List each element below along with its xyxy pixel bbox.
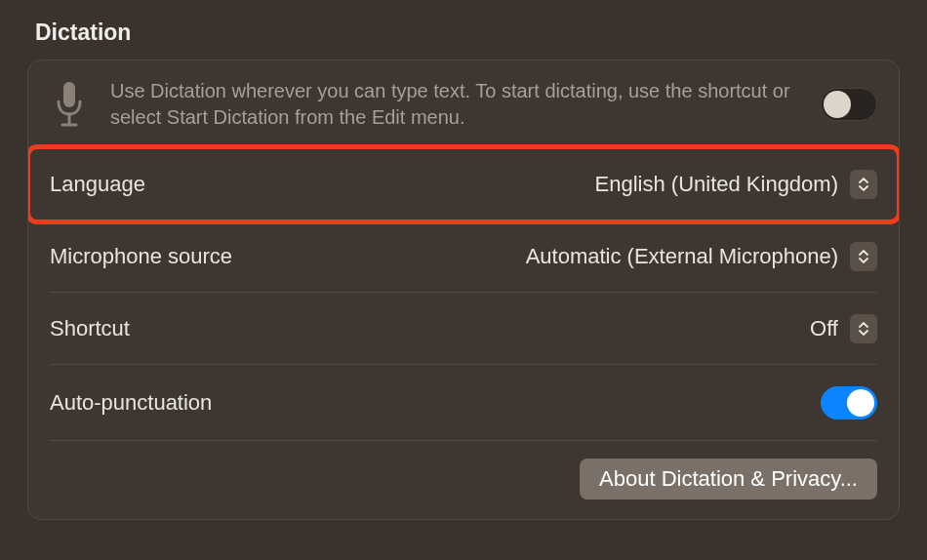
about-dictation-button[interactable]: About Dictation & Privacy... [580, 459, 877, 500]
shortcut-value-group: Off [810, 314, 877, 343]
autopunctuation-label: Auto-punctuation [50, 390, 212, 416]
microphone-label: Microphone source [50, 244, 232, 269]
chevron-up-icon [859, 178, 868, 183]
shortcut-row[interactable]: Shortcut Off [28, 293, 899, 365]
chevron-down-icon [859, 330, 868, 336]
chevron-up-icon [859, 322, 868, 328]
language-row[interactable]: Language English (United Kingdom) [28, 148, 899, 220]
svg-rect-0 [63, 82, 75, 107]
footer-row: About Dictation & Privacy... [28, 441, 899, 519]
toggle-knob [824, 91, 851, 118]
toggle-knob [847, 389, 874, 417]
microphone-icon [50, 78, 89, 131]
language-value-group: English (United Kingdom) [595, 170, 877, 199]
language-stepper[interactable] [850, 170, 877, 199]
language-row-highlight-wrap: Language English (United Kingdom) [27, 148, 900, 220]
autopunctuation-toggle[interactable] [821, 386, 877, 420]
language-value: English (United Kingdom) [595, 172, 838, 197]
chevron-up-icon [859, 250, 868, 256]
microphone-row[interactable]: Microphone source Automatic (External Mi… [28, 220, 899, 293]
microphone-value: Automatic (External Microphone) [526, 244, 838, 269]
shortcut-value: Off [810, 316, 838, 341]
chevron-down-icon [859, 258, 868, 263]
chevron-down-icon [859, 185, 868, 191]
dictation-description: Use Dictation wherever you can type text… [110, 78, 799, 131]
language-label: Language [50, 172, 145, 197]
section-title: Dictation [27, 20, 900, 46]
dictation-header: Use Dictation wherever you can type text… [28, 60, 899, 148]
shortcut-stepper[interactable] [850, 314, 877, 343]
shortcut-label: Shortcut [50, 316, 130, 341]
autopunctuation-row: Auto-punctuation [28, 365, 899, 441]
dictation-toggle[interactable] [821, 88, 877, 121]
microphone-value-group: Automatic (External Microphone) [526, 242, 877, 271]
microphone-stepper[interactable] [850, 242, 877, 271]
dictation-panel: Use Dictation wherever you can type text… [27, 60, 900, 520]
